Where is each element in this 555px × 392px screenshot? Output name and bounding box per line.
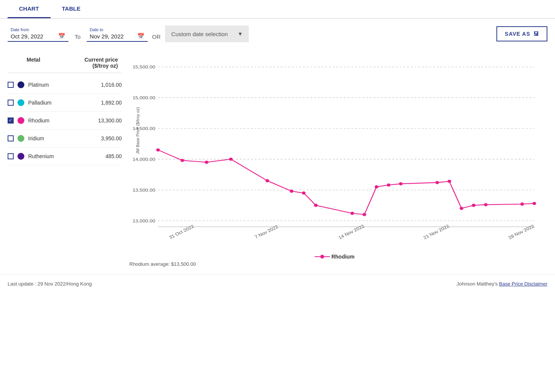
svg-text:13,000.00: 13,000.00 [132,218,155,223]
save-icon: 🖫 [533,31,539,37]
svg-text:21 Nov 2022: 21 Nov 2022 [422,224,450,240]
metals-list: Platinum 1,016.00 Palladium 1,892.00 Rho… [8,76,122,165]
svg-text:28 Nov 2022: 28 Nov 2022 [507,224,536,240]
date-from-field[interactable]: Date from Oct 29, 2022 📅 [8,26,68,42]
metal-checkbox[interactable] [8,117,14,124]
chart-area: JM Base Price ($/troy oz) 13,000.0013,50… [122,53,547,267]
chart-wrapper: JM Base Price ($/troy oz) 13,000.0013,50… [126,53,544,251]
svg-point-33 [460,207,463,210]
chevron-down-icon: ▼ [237,31,243,37]
metal-name: Platinum [28,82,87,88]
toolbar: Date from Oct 29, 2022 📅 To Date to Nov … [0,19,555,49]
disclaimer-prefix: Johnson Matthey's [456,281,499,287]
chart-legend: Rhodium [126,254,544,260]
metal-row: Platinum 1,016.00 [8,76,122,94]
metal-row: Palladium 1,892.00 [8,94,122,112]
svg-point-28 [375,185,378,188]
tabs-container: CHART TABLE [0,0,555,19]
col-price-header: Current price($/troy oz) [84,57,122,69]
svg-point-29 [387,183,391,186]
disclaimer-link[interactable]: Base Price Disclaimer [499,281,547,287]
svg-text:14 Nov 2022: 14 Nov 2022 [337,224,366,240]
chart-svg: 13,000.0013,500.0014,000.0014,500.0015,0… [126,53,544,251]
date-to-label: Date to [90,27,145,32]
date-to-value: Nov 29, 2022 [90,33,124,40]
metal-dot [17,153,24,160]
calendar-from-icon[interactable]: 📅 [58,33,65,40]
tab-chart[interactable]: CHART [8,0,51,18]
or-label: OR [152,33,161,42]
svg-point-32 [447,180,451,183]
metal-price: 1,892.00 [91,100,122,106]
chart-average: Rhodium average: $13,500.00 [126,261,544,267]
svg-point-31 [435,181,439,184]
svg-point-27 [363,213,366,216]
svg-point-36 [520,203,524,206]
legend-line-icon [315,254,330,259]
svg-point-35 [484,203,488,206]
metal-checkbox[interactable] [8,153,14,159]
metal-dot [17,135,24,142]
metal-price: 1,016.00 [91,82,122,88]
metal-checkbox[interactable] [8,135,14,141]
metal-dot [17,99,24,106]
svg-point-26 [350,212,354,215]
metal-dot [17,117,24,124]
svg-point-24 [302,191,305,194]
metal-price: 3,950.00 [91,135,122,141]
legend-label: Rhodium [331,254,355,260]
metal-row: Ruthenium 485.00 [8,148,122,165]
save-as-button[interactable]: SAVE AS 🖫 [496,26,547,41]
svg-text:15,500.00: 15,500.00 [132,65,155,70]
svg-point-19 [180,159,184,162]
calendar-to-icon[interactable]: 📅 [137,33,145,40]
tab-table[interactable]: TABLE [51,0,92,18]
svg-text:15,000.00: 15,000.00 [132,95,155,100]
metal-row: Iridium 3,950.00 [8,130,122,148]
to-label: To [73,33,82,42]
svg-text:14,000.00: 14,000.00 [132,157,155,162]
svg-point-34 [472,204,475,207]
svg-text:31 Oct 2022: 31 Oct 2022 [168,224,195,240]
svg-point-20 [205,161,208,164]
custom-date-label: Custom date selection [171,31,227,37]
metal-row: Rhodium 13,300.00 [8,112,122,130]
svg-point-21 [229,157,233,160]
metal-price: 13,300.00 [91,117,122,124]
metal-dot [17,81,24,88]
svg-point-22 [266,179,269,182]
main-content: Metal Current price($/troy oz) Platinum … [0,49,555,271]
svg-point-37 [533,202,536,205]
date-from-label: Date from [11,27,65,32]
legend-rhodium: Rhodium [315,254,355,260]
metal-name: Iridium [28,135,87,141]
metal-price: 485.00 [91,153,122,159]
metal-name: Rhodium [28,117,87,124]
metal-name: Palladium [28,100,87,106]
svg-point-39 [320,255,324,259]
metals-panel: Metal Current price($/troy oz) Platinum … [8,53,122,267]
date-from-value: Oct 29, 2022 [11,33,43,40]
svg-point-18 [156,148,160,151]
metals-table-header: Metal Current price($/troy oz) [8,53,122,73]
footer: Last update : 29 Nov 2022/Hong Kong John… [0,275,555,293]
custom-date-dropdown[interactable]: Custom date selection ▼ [165,25,249,42]
svg-text:7 Nov 2022: 7 Nov 2022 [254,224,279,240]
date-to-field[interactable]: Date to Nov 29, 2022 📅 [87,26,148,42]
metal-checkbox[interactable] [8,82,14,88]
svg-text:13,500.00: 13,500.00 [132,188,155,193]
col-metal-header: Metal [8,57,40,69]
metal-name: Ruthenium [28,153,87,159]
footer-disclaimer: Johnson Matthey's Base Price Disclaimer [456,281,547,287]
footer-last-update: Last update : 29 Nov 2022/Hong Kong [8,281,92,287]
y-axis-label: JM Base Price ($/troy oz) [135,107,140,154]
svg-point-30 [399,182,403,185]
svg-point-25 [314,204,318,207]
svg-point-23 [290,190,294,193]
metal-checkbox[interactable] [8,100,14,106]
save-as-label: SAVE AS [505,31,530,37]
